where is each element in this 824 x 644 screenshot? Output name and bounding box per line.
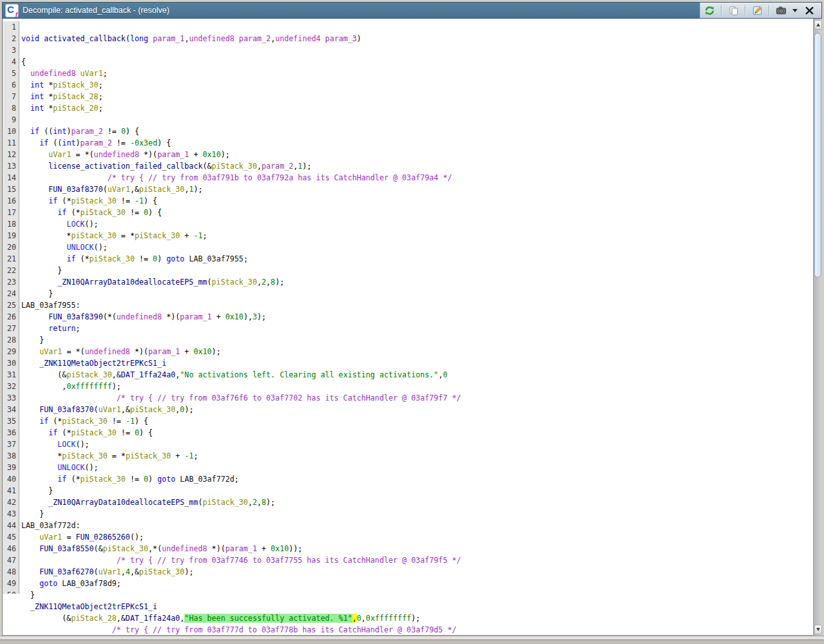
code-line[interactable]: 13 license_activation_failed_callback(&p…: [3, 160, 813, 172]
code-line[interactable]: 34 FUN_03af8370(uVar1,&piStack_30,0);: [3, 404, 813, 415]
code-line[interactable]: 27 return;: [3, 323, 813, 334]
code-line[interactable]: 26 FUN_03af8390(*(undefined8 *)(param_1 …: [3, 311, 813, 323]
code-line[interactable]: 37 LOCK();: [3, 439, 813, 450]
vertical-scrollbar[interactable]: [813, 19, 822, 636]
code-line[interactable]: 1: [3, 21, 813, 33]
code-line[interactable]: 20 UNLOCK();: [3, 242, 813, 253]
line-number: 44: [3, 520, 19, 531]
code-line[interactable]: 33 /* try { // try from 03af76f6 to 03af…: [3, 392, 813, 404]
code-line[interactable]: 10 if ((int)param_2 != 0) {: [3, 126, 813, 137]
code-text: (&piStack_30,&DAT_1ffa24a0,"No activatio…: [19, 369, 448, 381]
code-line[interactable]: 42 _ZN10QArrayData10deallocateEPS_mm(piS…: [3, 497, 813, 508]
code-line[interactable]: 48 FUN_03af6270(uVar1,4,&piStack_30);: [3, 566, 813, 578]
code-line[interactable]: 11 if ((int)param_2 != -0x3ed) {: [3, 137, 813, 149]
code-line[interactable]: 8 int *piStack_20;: [3, 102, 813, 114]
copy-button[interactable]: [726, 4, 740, 17]
line-number-gutter: 9: [3, 114, 19, 126]
code-line[interactable]: 36 if (*piStack_30 != 0) {: [3, 427, 813, 439]
code-line[interactable]: 2void activated_callback(long param_1,un…: [3, 33, 813, 44]
code-text: void activated_callback(long param_1,und…: [19, 33, 361, 44]
scroll-up-button[interactable]: [814, 20, 822, 30]
code-text: undefined8 uVar1;: [19, 68, 108, 79]
code-line[interactable]: 24 }: [3, 288, 813, 299]
line-number-gutter: 28: [3, 334, 19, 346]
code-line[interactable]: 23 _ZN10QArrayData10deallocateEPS_mm(piS…: [3, 276, 813, 288]
snapshot-button[interactable]: [774, 4, 788, 17]
line-number: 20: [3, 242, 19, 253]
menu-caret-button[interactable]: [790, 4, 800, 17]
scrollbar-thumb[interactable]: [814, 33, 821, 278]
code-line[interactable]: 9: [3, 114, 813, 126]
code-line[interactable]: /* try { // try from 03af777d to 03af778…: [3, 624, 813, 636]
code-line[interactable]: 30 _ZNK11QMetaObject2trEPKcS1_i: [3, 357, 813, 369]
code-line[interactable]: 21 if (*piStack_30 != 0) goto LAB_03af79…: [3, 253, 813, 265]
code-line[interactable]: 43 }: [3, 508, 813, 520]
code-text: }: [19, 485, 53, 497]
code-text: LAB_03af772d:: [19, 520, 81, 531]
toolbar-separator: [721, 5, 722, 15]
refresh-button[interactable]: [702, 4, 716, 17]
line-number-gutter: 47: [3, 554, 19, 566]
line-number-gutter: 45: [3, 531, 19, 543]
line-number-gutter: 4: [3, 56, 19, 68]
line-number: 26: [3, 311, 19, 323]
code-line[interactable]: 19 *piStack_30 = *piStack_30 + -1;: [3, 230, 813, 242]
code-line[interactable]: 12 uVar1 = *(undefined8 *)(param_1 + 0x1…: [3, 149, 813, 160]
close-button[interactable]: [802, 4, 816, 17]
line-number: 46: [3, 543, 19, 554]
line-number: 13: [3, 160, 19, 172]
code-line[interactable]: 17 if (*piStack_30 != 0) {: [3, 207, 813, 218]
code-line[interactable]: 4{: [3, 56, 813, 68]
line-number: 25: [3, 299, 19, 311]
line-number-gutter: 44: [3, 520, 19, 531]
code-line[interactable]: 46 FUN_03af8550(&piStack_30,*(undefined8…: [3, 543, 813, 554]
code-line[interactable]: 50 }: [3, 589, 813, 601]
code-line[interactable]: 16 if (*piStack_30 != -1) {: [3, 195, 813, 207]
line-number: 36: [3, 427, 19, 439]
code-text: [19, 21, 21, 33]
code-line[interactable]: 41 }: [3, 485, 813, 497]
code-line[interactable]: (&piStack_28,&DAT_1ffa24a0,"Has been suc…: [3, 612, 813, 624]
code-text: (&piStack_28,&DAT_1ffa24a0,"Has been suc…: [19, 612, 420, 624]
code-text: [19, 44, 21, 56]
line-number-gutter: 17: [3, 207, 19, 218]
code-line[interactable]: 49 goto LAB_03af78d9;: [3, 578, 813, 589]
edit-button[interactable]: [750, 4, 764, 17]
window-title: Decompile: activated_callback - (resolve…: [23, 6, 169, 15]
code-line[interactable]: 29 uVar1 = *(undefined8 *)(param_1 + 0x1…: [3, 346, 813, 357]
code-line[interactable]: 14 /* try { // try from 03af791b to 03af…: [3, 172, 813, 184]
code-line[interactable]: 18 LOCK();: [3, 218, 813, 230]
line-number: 2: [3, 33, 19, 44]
code-line[interactable]: 32 ,0xffffffff);: [3, 381, 813, 392]
code-line[interactable]: 31 (&piStack_30,&DAT_1ffa24a0,"No activa…: [3, 369, 813, 381]
line-number: 17: [3, 207, 19, 218]
line-number: 29: [3, 346, 19, 357]
code-line[interactable]: 15 FUN_03af8370(uVar1,&piStack_30,1);: [3, 184, 813, 195]
code-line[interactable]: 47 /* try { // try from 03af7746 to 03af…: [3, 554, 813, 566]
code-text: if (*piStack_30 != -1) {: [19, 195, 157, 207]
line-number: 43: [3, 508, 19, 520]
code-line[interactable]: 39 UNLOCK();: [3, 462, 813, 473]
code-line[interactable]: 38 *piStack_30 = *piStack_30 + -1;: [3, 450, 813, 462]
code-line[interactable]: 44LAB_03af772d:: [3, 520, 813, 531]
code-line[interactable]: 28 }: [3, 334, 813, 346]
line-number-gutter: 6: [3, 79, 19, 91]
code-text: _ZN10QArrayData10deallocateEPS_mm(piStac…: [19, 276, 284, 288]
titlebar-drag-area[interactable]: C f Decompile: activated_callback - (res…: [3, 3, 700, 18]
code-line[interactable]: 6 int *piStack_30;: [3, 79, 813, 91]
code-line[interactable]: 22 }: [3, 265, 813, 276]
line-number-gutter: 41: [3, 485, 19, 497]
scroll-down-button[interactable]: [814, 625, 822, 634]
line-number: 33: [3, 392, 19, 404]
code-text: if (*piStack_30 != 0) {: [19, 207, 162, 218]
code-line[interactable]: 25LAB_03af7955:: [3, 299, 813, 311]
code-line[interactable]: 40 if (*piStack_30 != 0) goto LAB_03af77…: [3, 473, 813, 485]
code-line[interactable]: 3: [3, 44, 813, 56]
code-line[interactable]: 7 int *piStack_28;: [3, 91, 813, 102]
arrow-down-icon: [816, 628, 820, 631]
code-line[interactable]: _ZNK11QMetaObject2trEPKcS1_i: [3, 601, 813, 612]
code-line[interactable]: 5 undefined8 uVar1;: [3, 68, 813, 79]
code-line[interactable]: 35 if (*piStack_30 != -1) {: [3, 415, 813, 427]
line-number: 22: [3, 265, 19, 276]
code-line[interactable]: 45 uVar1 = FUN_02865260();: [3, 531, 813, 543]
